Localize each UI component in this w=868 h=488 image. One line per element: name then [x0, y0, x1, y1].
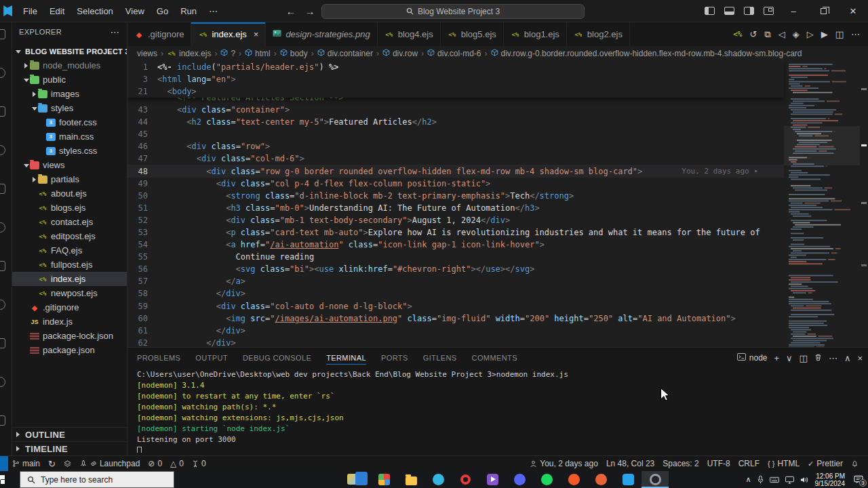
tree-item-partials[interactable]: partials: [12, 172, 127, 186]
activity-bar-icon[interactable]: [0, 300, 5, 310]
activity-bar-icon[interactable]: [0, 261, 5, 271]
status-item-launchpad[interactable]: Launchpad: [75, 456, 144, 471]
breadcrumb-item[interactable]: <%index.ejs: [167, 49, 211, 58]
run-file-icon[interactable]: ▶: [821, 29, 828, 39]
close-button[interactable]: ✕: [838, 0, 868, 22]
toggle-panel-icon[interactable]: [724, 7, 734, 15]
search-box[interactable]: Blog Website Project 3: [321, 4, 585, 19]
display-icon[interactable]: [785, 476, 794, 484]
taskbar-app-media-player[interactable]: [479, 471, 506, 488]
code-line-49[interactable]: 49 <div class="col p-4 d-flex flex-colum…: [127, 178, 784, 190]
tree-item-package-lock-json[interactable]: package-lock.json: [12, 329, 127, 343]
breadcrumb-item[interactable]: div.container: [317, 49, 373, 58]
code-line-48[interactable]: 48 <div class="row g-0 border rounded ov…: [127, 165, 784, 177]
taskbar-app-edge-browser[interactable]: [425, 471, 452, 488]
activity-bar-icon[interactable]: [0, 222, 5, 232]
activity-bar-icon[interactable]: [0, 338, 5, 348]
open-changes-icon[interactable]: ⧉: [764, 29, 770, 40]
code-line-53[interactable]: 53 <p class="card-text mb-auto">Explore …: [127, 226, 784, 239]
minimize-button[interactable]: –: [778, 0, 808, 22]
next-change-icon[interactable]: ▷: [807, 29, 814, 39]
code-line-57[interactable]: 57 </a>: [127, 275, 784, 287]
code-line-42[interactable]: <!-- Featured Articles Section -->: [127, 98, 784, 104]
status-item-indentation[interactable]: Spaces: 2: [658, 456, 703, 471]
toggle-sidebar-icon[interactable]: [705, 7, 715, 15]
status-item-notifications[interactable]: [847, 456, 863, 471]
activity-bar-icon[interactable]: [0, 106, 5, 117]
taskbar-app-obs-studio[interactable]: [642, 471, 669, 488]
terminal-instance-label[interactable]: node: [737, 353, 768, 363]
touch-keyboard-icon[interactable]: [770, 476, 779, 483]
close-panel-icon[interactable]: ×: [857, 353, 863, 363]
terminal-dropdown-icon[interactable]: ∨: [786, 353, 793, 363]
panel-tab-problems[interactable]: PROBLEMS: [137, 350, 180, 366]
status-item-encoding[interactable]: UTF-8: [703, 456, 734, 471]
activity-bar-icon[interactable]: [0, 184, 5, 194]
tree-item-newpost-ejs[interactable]: <%newpost.ejs: [12, 286, 127, 300]
status-item-eol[interactable]: CRLF: [734, 456, 764, 471]
status-item-ports[interactable]: 0: [188, 456, 210, 471]
compare-changes-icon[interactable]: ◈: [793, 29, 800, 39]
forward-icon[interactable]: →: [302, 5, 317, 17]
code-line-47[interactable]: 47 <div class="col-md-6">: [127, 152, 784, 165]
project-root[interactable]: BLOG WEBSITE PROJECT 3: [12, 44, 127, 58]
menu-run[interactable]: Run: [175, 4, 202, 18]
tree-item-faq-ejs[interactable]: <%FAQ.ejs: [12, 243, 127, 258]
code-line-21[interactable]: 21 <body>: [127, 85, 784, 98]
breadcrumb-item[interactable]: div.col-md-6: [427, 49, 481, 58]
breadcrumb-item[interactable]: ?: [220, 49, 235, 58]
taskbar-app-file-explorer[interactable]: [397, 471, 425, 488]
taskbar-app-drawing-app[interactable]: [587, 471, 614, 488]
tab-blog1-ejs[interactable]: <%blog1.ejs: [504, 22, 567, 46]
tree-item-editpost-ejs[interactable]: <%editpost.ejs: [12, 229, 127, 243]
tree-item-fullpost-ejs[interactable]: <%fullpost.ejs: [12, 258, 127, 272]
tree-item-views[interactable]: views: [12, 158, 127, 172]
more-actions-icon[interactable]: ⋯: [851, 29, 860, 39]
panel-tab-terminal[interactable]: TERMINAL: [326, 350, 366, 366]
new-terminal-icon[interactable]: +: [774, 353, 779, 363]
taskbar-app-spotify[interactable]: [533, 471, 560, 488]
taskbar-app-vscode[interactable]: [614, 471, 642, 488]
breadcrumb-item[interactable]: html: [245, 49, 271, 58]
activity-bar-icon[interactable]: [0, 377, 5, 387]
taskbar-app-photos-app[interactable]: [370, 471, 397, 488]
tree-item-footer-css[interactable]: 3footer.css: [12, 115, 127, 129]
code-line-58[interactable]: 58 </div>: [127, 287, 784, 300]
status-item-formatter[interactable]: ✓Prettier: [804, 456, 847, 471]
timeline-section[interactable]: TIMELINE: [12, 441, 127, 455]
panel-tab-ports[interactable]: PORTS: [381, 350, 408, 366]
split-editor-icon[interactable]: ◫: [835, 29, 844, 39]
menu-file[interactable]: File: [18, 4, 43, 18]
menu-view[interactable]: View: [120, 4, 150, 18]
news-widget-icon[interactable]: [347, 471, 370, 488]
tree-item-main-css[interactable]: 3main.css: [12, 129, 127, 144]
panel-tab-output[interactable]: OUTPUT: [195, 350, 228, 366]
code-line-3[interactable]: 3<html lang="en">: [127, 73, 784, 85]
taskbar-app-brave-browser[interactable]: [560, 471, 587, 488]
code-line-1[interactable]: 1<%- include("partials/header.ejs") %>: [127, 61, 784, 73]
panel-more-icon[interactable]: ⋯: [829, 353, 837, 363]
notification-center-icon[interactable]: 3: [854, 475, 864, 485]
code-line-51[interactable]: 51 <h3 class="mb-0">Understanding AI: Th…: [127, 202, 784, 214]
tree-item-contact-ejs[interactable]: <%contact.ejs: [12, 215, 127, 229]
activity-bar-icon[interactable]: [0, 145, 5, 155]
tree-item-about-ejs[interactable]: <%about.ejs: [12, 186, 127, 201]
breadcrumb-item[interactable]: body: [280, 49, 308, 58]
menu-go[interactable]: Go: [151, 4, 174, 18]
menu-more[interactable]: ⋯: [203, 4, 223, 18]
overview-ruler[interactable]: [860, 61, 868, 347]
activity-bar-icon[interactable]: [0, 415, 5, 426]
previous-change-icon[interactable]: ◁: [778, 29, 785, 39]
taskbar-search-input[interactable]: Type here to search: [20, 471, 174, 488]
explorer-more-icon[interactable]: ⋯: [111, 26, 120, 37]
restore-button[interactable]: [808, 0, 838, 22]
code-line-62[interactable]: 62 </div>: [127, 337, 784, 347]
taskbar-app-discord[interactable]: [506, 471, 533, 488]
breadcrumb-item[interactable]: views: [137, 49, 157, 58]
breadcrumb-item[interactable]: div.row: [382, 49, 418, 58]
menu-edit[interactable]: Edit: [44, 4, 70, 18]
taskbar-clock[interactable]: 12:06 PM9/15/2024: [815, 472, 846, 487]
close-icon[interactable]: ×: [254, 29, 259, 39]
tray-expand-icon[interactable]: ∧: [745, 475, 751, 484]
status-item-cursor-position[interactable]: Ln 48, Col 23: [602, 456, 658, 471]
